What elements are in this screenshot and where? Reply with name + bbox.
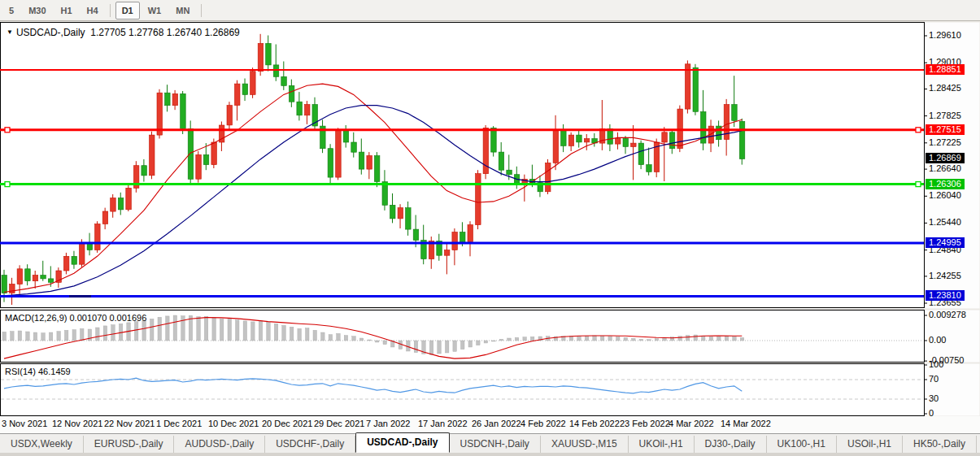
price-line-badge: 1.28851 [926, 64, 965, 75]
rsi-indicator-value: 46.1459 [38, 367, 71, 376]
chevron-down-icon: ▼ [7, 28, 13, 36]
tab-usdchf-daily[interactable]: USDCHF-,Daily [265, 436, 355, 453]
price-line-badge: 1.27515 [926, 124, 965, 135]
tab-audusd-daily[interactable]: AUDUSD-,Daily [174, 436, 265, 453]
rsi-tick-label: 30 [929, 393, 939, 403]
price-line-badge: 1.26306 [926, 179, 965, 189]
trading-terminal-window: 5M30H1H4D1W1MN ▼USDCAD-,Daily 1.27705 1.… [0, 0, 980, 456]
price-tick-label: 1.25440 [929, 217, 961, 227]
x-axis-label: 4 Mar 2022 [669, 419, 714, 428]
price-tick-label: 1.27225 [929, 137, 961, 147]
rsi-tick-label: 100 [929, 359, 943, 369]
tab-scroll-controls: ◂▸ [977, 434, 980, 453]
price-tick-label: 1.26640 [929, 163, 961, 173]
price-tick-label: 1.26040 [929, 190, 961, 200]
macd-indicator-values: 0.001070 0.001696 [69, 313, 146, 323]
x-axis-label: 29 Dec 2021 [314, 419, 364, 428]
price-line-badge: 1.24995 [926, 237, 965, 248]
chart-title: ▼USDCAD-,Daily 1.27705 1.27768 1.26740 1… [7, 27, 240, 38]
tab-eurusd-daily[interactable]: EURUSD-,Daily [84, 436, 175, 453]
current-price-badge: 1.26869 [926, 153, 965, 163]
tab-xauusd-m15[interactable]: XAUUSD-,M15 [541, 436, 629, 453]
x-axis-label: 26 Jan 2022 [472, 419, 521, 428]
tab-uk100-h1[interactable]: UK100-,H1 [767, 436, 837, 453]
x-axis-label: 10 Dec 2021 [208, 419, 259, 428]
rsi-tick-label: 0 [929, 408, 934, 418]
tab-dj30-daily[interactable]: DJ30-,Daily [695, 436, 767, 453]
macd-tick-label: 0.00 [929, 335, 946, 345]
tab-hk50-daily[interactable]: HK50-,Daily [903, 436, 977, 453]
panel-borders [1, 23, 925, 416]
tab-usdx-weekly[interactable]: USDX,Weekly [0, 436, 84, 453]
x-axis-label: 17 Jan 2022 [418, 419, 468, 428]
chart-ohlc-values: 1.27705 1.27768 1.26740 1.26869 [90, 27, 240, 38]
tab-usdcad-daily[interactable]: USDCAD-,Daily [355, 432, 449, 453]
price-tick-label: 1.27825 [929, 111, 961, 120]
tab-ukoil-h1[interactable]: UKOil-,H1 [629, 436, 695, 453]
tab-usdcnh-daily[interactable]: USDCNH-,Daily [450, 436, 541, 453]
x-axis-label: 1 Dec 2021 [156, 419, 202, 428]
x-axis-label: 14 Mar 2022 [721, 419, 771, 428]
x-axis-label: 3 Nov 2021 [2, 419, 47, 428]
price-tick-label: 1.28425 [929, 83, 961, 93]
rsi-indicator-label: RSI(14) 46.1459 [5, 367, 71, 376]
x-axis-label: 12 Nov 2021 [52, 419, 102, 428]
price-tick-label: 1.29610 [929, 30, 961, 40]
status-strip [0, 453, 980, 456]
x-axis-label: 14 Feb 2022 [569, 419, 620, 428]
tab-usoil-h1[interactable]: USOil-,H1 [837, 436, 903, 453]
x-axis-label: 23 Feb 2022 [620, 419, 670, 428]
price-tick-label: 1.24255 [929, 271, 961, 280]
x-axis-label: 20 Dec 2021 [262, 419, 312, 428]
x-axis-label: 4 Feb 2022 [520, 419, 566, 428]
macd-tick-label: 0.009278 [929, 310, 966, 319]
chart-tab-bar: USDX,WeeklyEURUSD-,DailyAUDUSD-,DailyUSD… [0, 433, 980, 453]
chart-canvas[interactable] [0, 0, 980, 456]
chart-symbol-label: USDCAD-,Daily [16, 27, 85, 38]
rsi-tick-label: 70 [929, 374, 939, 384]
price-line-badge: 1.23810 [926, 290, 965, 301]
macd-indicator-label: MACD(12,26,9) 0.001070 0.001696 [5, 313, 146, 323]
x-axis-label: 22 Nov 2021 [104, 419, 155, 428]
x-axis-label: 7 Jan 2022 [366, 419, 410, 428]
